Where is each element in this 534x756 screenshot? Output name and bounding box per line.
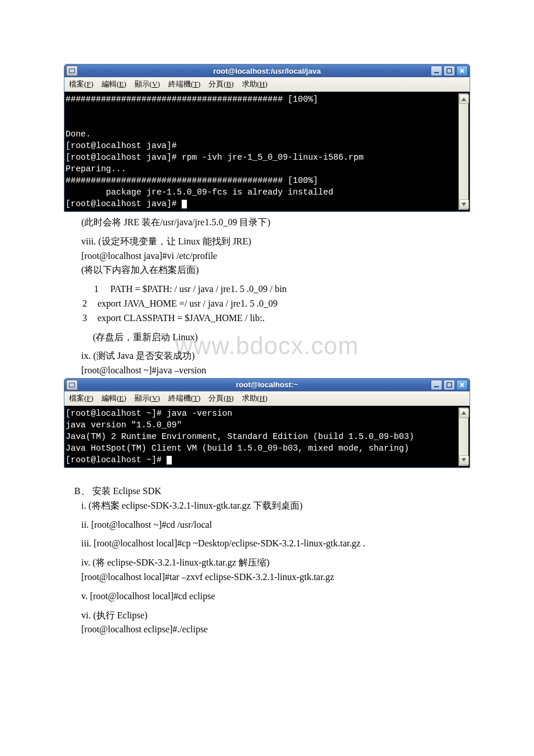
terminal-output[interactable]: [root@localhost ~]# java -version java v… [64, 406, 470, 467]
scrollbar[interactable] [459, 93, 468, 210]
menu-edit[interactable]: 編輯(E) [102, 79, 127, 89]
svg-rect-3 [447, 69, 452, 73]
cursor [182, 200, 187, 208]
doc-line: (将以下内容加入在档案后面) [81, 263, 470, 278]
doc-line: i. (将档案 eclipse-SDK-3.2.1-linux-gtk.tar.… [81, 499, 470, 513]
doc-line: viii. (设定环境变量，让 Linux 能找到 JRE) [81, 235, 470, 249]
scroll-up-icon[interactable] [459, 408, 469, 418]
menu-help[interactable]: 求助(H) [242, 79, 268, 89]
cursor [167, 456, 172, 465]
doc-line: ix. (测试 Java 是否安装成功) [81, 349, 470, 363]
window-title: root@localhost:~ [64, 380, 470, 389]
terminal-output[interactable]: ########################################… [64, 92, 470, 211]
menu-terminal[interactable]: 終端機(T) [168, 79, 201, 89]
terminal-window-2: root@localhost:~ 檔案(F) 編輯(E) 顯示(V) 終端機(T… [64, 378, 470, 468]
doc-line: vi. (执行 Eclipse) [81, 609, 470, 623]
minimize-button[interactable] [431, 380, 442, 390]
close-button[interactable] [456, 380, 468, 390]
list-item: 1PATH = $PATH: / usr / java / jre1. 5 .0… [64, 282, 470, 297]
menu-terminal[interactable]: 終端機(T) [168, 393, 201, 404]
menu-tabs[interactable]: 分頁(B) [208, 393, 233, 404]
doc-line: [root@localhost ~]#java –version [81, 363, 470, 378]
list-item: 3export CLASSPATH = $JAVA_HOME / lib:. [64, 311, 470, 326]
menu-view[interactable]: 顯示(V) [135, 393, 160, 404]
scrollbar[interactable] [459, 408, 468, 466]
scroll-down-icon[interactable] [459, 455, 469, 465]
svg-rect-2 [434, 72, 439, 73]
svg-rect-7 [447, 383, 452, 387]
doc-line: (此时会将 JRE 装在/usr/java/jre1.5.0_09 目录下) [81, 215, 470, 230]
svg-rect-6 [434, 386, 439, 387]
title-bar[interactable]: root@localhost:~ [64, 379, 470, 391]
doc-line: (存盘后，重新启动 Linux) [93, 330, 470, 345]
doc-line: v. [root@localhost local]#cd eclipse [81, 589, 470, 604]
menu-tabs[interactable]: 分頁(B) [208, 79, 233, 89]
close-button[interactable] [456, 66, 468, 76]
doc-line: [root@localhost java]#vi /etc/profile [81, 249, 470, 264]
menu-help[interactable]: 求助(H) [242, 393, 268, 404]
menu-bar: 檔案(F) 編輯(E) 顯示(V) 終端機(T) 分頁(B) 求助(H) [64, 77, 470, 92]
scroll-up-icon[interactable] [459, 94, 469, 104]
title-bar[interactable]: root@localhost:/usr/local/java [64, 64, 470, 77]
doc-line: iv. (将 eclipse-SDK-3.2.1-linux-gtk.tar.g… [81, 556, 470, 570]
maximize-button[interactable] [443, 380, 455, 390]
window-title: root@localhost:/usr/local/java [64, 67, 470, 75]
minimize-button[interactable] [431, 66, 442, 76]
doc-line: [root@localhost eclipse]#./eclipse [81, 622, 470, 637]
doc-line: iii. [root@localhost local]#cp ~Desktop/… [81, 537, 470, 551]
menu-file[interactable]: 檔案(F) [69, 79, 93, 89]
menu-view[interactable]: 顯示(V) [135, 79, 160, 89]
doc-line: ii. [root@localhost ~]#cd /usr/local [81, 518, 470, 532]
terminal-window-1: root@localhost:/usr/local/java 檔案(F) 編輯(… [64, 64, 470, 212]
svg-rect-1 [70, 69, 74, 73]
window-icon [66, 66, 78, 76]
section-heading: B、 安装 Eclipse SDK [74, 484, 470, 499]
doc-line: [root@localhost local]#tar –zxvf eclipse… [81, 570, 470, 585]
maximize-button[interactable] [443, 66, 455, 76]
svg-rect-5 [70, 383, 74, 387]
menu-bar: 檔案(F) 編輯(E) 顯示(V) 終端機(T) 分頁(B) 求助(H) [64, 391, 470, 406]
scroll-down-icon[interactable] [459, 199, 469, 209]
menu-edit[interactable]: 編輯(E) [102, 393, 127, 404]
window-icon [66, 380, 78, 390]
menu-file[interactable]: 檔案(F) [69, 393, 93, 404]
list-item: 2export JAVA_HOME =/ usr / java / jre1. … [64, 297, 470, 311]
